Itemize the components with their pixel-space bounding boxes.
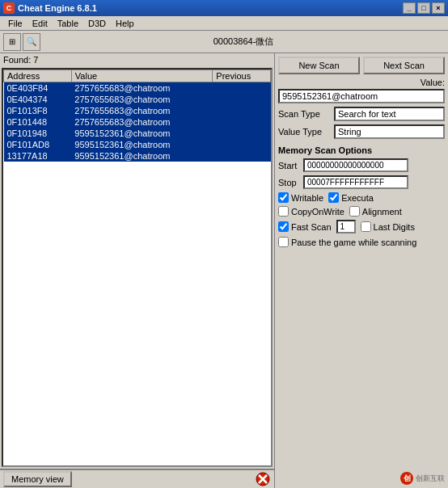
- scan-value: 9595152361@chatroom: [71, 150, 213, 162]
- alignment-checkbox[interactable]: [349, 206, 360, 217]
- scan-value: 2757655683@chatroom: [71, 82, 213, 95]
- copyonwrite-checkbox-label[interactable]: CopyOnWrite: [278, 206, 344, 217]
- scan-buttons: New Scan Next Scan: [278, 57, 445, 74]
- pause-checkbox[interactable]: [278, 237, 289, 247]
- toolbar-btn-2[interactable]: 🔍: [23, 33, 40, 51]
- menu-bar: File Edit Table D3D Help: [0, 16, 448, 31]
- start-row: Start: [278, 158, 445, 172]
- scan-address: 0F1013F8: [4, 105, 72, 116]
- scan-previous: [213, 150, 271, 162]
- stop-label: Stop: [278, 178, 301, 187]
- scan-results-wrapper: Address Value Previous 0E403F84 27576556…: [2, 68, 273, 467]
- value-section: Value:: [278, 78, 445, 103]
- scan-address: 0E403F84: [4, 82, 72, 95]
- scan-result-row[interactable]: 0F101948 9595152361@chatroom: [4, 128, 271, 139]
- value-type-value: String: [334, 124, 445, 139]
- scan-value: 9595152361@chatroom: [71, 139, 213, 150]
- scan-value: 9595152361@chatroom: [71, 128, 213, 139]
- writable-label: Writable: [291, 193, 323, 203]
- scan-result-row[interactable]: 0E403F84 2757655683@chatroom: [4, 82, 271, 95]
- col-previous: Previous: [213, 70, 271, 82]
- alignment-checkbox-label[interactable]: Alignment: [349, 206, 402, 217]
- scan-previous: [213, 105, 271, 116]
- scan-result-row[interactable]: 13177A18 9595152361@chatroom: [4, 150, 271, 162]
- title-bar: C Cheat Engine 6.8.1 _ □ ×: [0, 0, 448, 16]
- scan-address: 0F101448: [4, 116, 72, 128]
- pause-label: Pause the game while scanning: [291, 238, 416, 247]
- writable-checkbox-label[interactable]: Writable: [278, 192, 323, 203]
- toolbar-btn-1[interactable]: ⊞: [3, 33, 21, 51]
- new-scan-button[interactable]: New Scan: [278, 57, 360, 74]
- memory-view-bar: Memory view: [0, 469, 274, 488]
- app-icon: C: [3, 2, 15, 14]
- scan-results-table: Address Value Previous 0E403F84 27576556…: [3, 69, 271, 162]
- pause-checkbox-label[interactable]: Pause the game while scanning: [278, 237, 445, 247]
- writable-checkbox[interactable]: [278, 192, 289, 203]
- value-label: Value:: [278, 78, 445, 87]
- fastscan-checkbox[interactable]: [278, 221, 289, 232]
- maximize-button[interactable]: □: [417, 2, 430, 14]
- toolbar: ⊞ 🔍 00003864-微信: [0, 31, 448, 53]
- scan-previous: [213, 128, 271, 139]
- scan-previous: [213, 94, 271, 105]
- scan-type-label: Scan Type: [278, 109, 331, 119]
- scan-value: 2757655683@chatroom: [71, 105, 213, 116]
- scan-value: 2757655683@chatroom: [71, 116, 213, 128]
- memory-scan-title: Memory Scan Options: [278, 145, 445, 155]
- menu-d3d[interactable]: D3D: [83, 18, 111, 29]
- memory-view-button[interactable]: Memory view: [3, 471, 72, 487]
- fastscan-label: Fast Scan: [291, 222, 332, 232]
- watermark-icon: 创: [400, 472, 413, 485]
- menu-table[interactable]: Table: [53, 18, 83, 29]
- copyonwrite-label: CopyOnWrite: [291, 207, 344, 217]
- watermark: 创 创新互联: [400, 472, 445, 485]
- stop-row: Stop: [278, 175, 445, 189]
- scan-value: 2757655683@chatroom: [71, 94, 213, 105]
- copyonwrite-checkbox[interactable]: [278, 206, 289, 217]
- col-address: Address: [4, 70, 72, 82]
- next-scan-button[interactable]: Next Scan: [363, 57, 445, 74]
- lastdigits-checkbox[interactable]: [361, 221, 371, 232]
- menu-edit[interactable]: Edit: [27, 18, 53, 29]
- scan-result-row[interactable]: 0E404374 2757655683@chatroom: [4, 94, 271, 105]
- fastscan-value[interactable]: [336, 220, 356, 233]
- execute-checkbox-label[interactable]: Executa: [328, 192, 374, 203]
- scan-type-value: Search for text: [334, 107, 445, 121]
- execute-checkbox[interactable]: [328, 192, 339, 203]
- scan-result-row[interactable]: 0F1013F8 2757655683@chatroom: [4, 105, 271, 116]
- left-panel: Found: 7 Address Value Previous 0E403F84…: [0, 53, 275, 488]
- scan-previous: [213, 116, 271, 128]
- lastdigits-checkbox-label[interactable]: Last Digits: [361, 221, 415, 232]
- menu-file[interactable]: File: [3, 18, 27, 29]
- minimize-button[interactable]: _: [403, 2, 416, 14]
- found-count: Found: 7: [0, 53, 274, 66]
- scan-previous: [213, 139, 271, 150]
- scan-scroll-area[interactable]: Address Value Previous 0E403F84 27576556…: [3, 69, 271, 195]
- execute-label: Executa: [341, 193, 374, 203]
- stop-input[interactable]: [303, 175, 408, 189]
- menu-help[interactable]: Help: [111, 18, 139, 29]
- value-type-row: Value Type String: [278, 124, 445, 139]
- window-controls: _ □ ×: [403, 2, 445, 14]
- scan-address: 0F101948: [4, 128, 72, 139]
- value-type-label: Value Type: [278, 127, 331, 137]
- window-title: Cheat Engine 6.8.1: [18, 3, 403, 13]
- lastdigits-label: Last Digits: [374, 222, 415, 232]
- process-title: 00003864-微信: [42, 36, 445, 48]
- scan-result-row[interactable]: 0F101448 2757655683@chatroom: [4, 116, 271, 128]
- scan-address: 0F101AD8: [4, 139, 72, 150]
- start-input[interactable]: [303, 158, 408, 172]
- scan-address: 0E404374: [4, 94, 72, 105]
- close-button[interactable]: ×: [432, 2, 445, 14]
- watermark-text: 创新互联: [416, 473, 445, 484]
- scan-type-row: Scan Type Search for text: [278, 107, 445, 121]
- scan-address: 13177A18: [4, 150, 72, 162]
- alignment-label: Alignment: [362, 207, 402, 217]
- right-panel: New Scan Next Scan Value: Scan Type Sear…: [275, 53, 448, 488]
- value-input[interactable]: [278, 89, 445, 103]
- stop-icon[interactable]: [255, 471, 271, 487]
- col-value: Value: [71, 70, 213, 82]
- scan-result-row[interactable]: 0F101AD8 9595152361@chatroom: [4, 139, 271, 150]
- fastscan-checkbox-label[interactable]: Fast Scan: [278, 221, 332, 232]
- scan-previous: [213, 82, 271, 95]
